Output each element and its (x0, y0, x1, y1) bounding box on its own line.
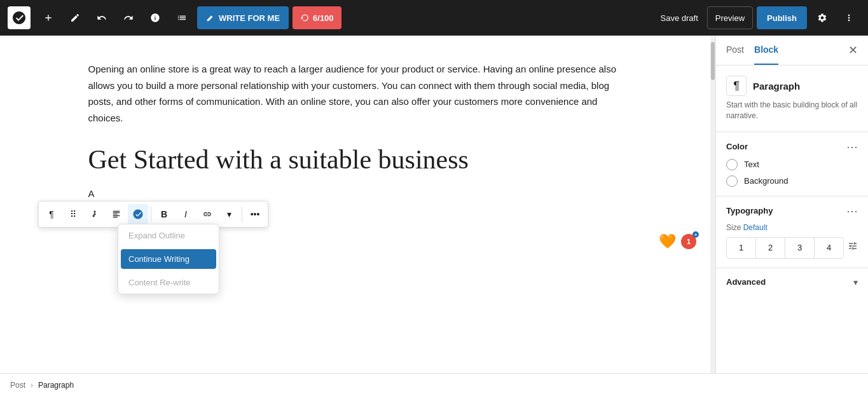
editor-heading[interactable]: Get Started with a suitable business (88, 144, 623, 175)
editor-paragraph-a[interactable]: A (88, 186, 623, 202)
more-options-button[interactable] (837, 6, 860, 29)
size-btn-1[interactable]: 1 (727, 238, 756, 258)
typography-section-header: Typography ⋯ (726, 205, 858, 217)
expand-outline-item[interactable]: Expand Outline (118, 224, 219, 247)
size-controls-row: 1 2 3 4 (726, 237, 858, 259)
typography-section-options-button[interactable]: ⋯ (846, 205, 858, 217)
block-info-section: ¶ Paragraph Start with the basic buildin… (716, 65, 868, 132)
text-color-option[interactable]: Text (726, 159, 858, 170)
wp-logo (8, 6, 31, 29)
notification-badge[interactable]: 1 + (680, 233, 698, 250)
tab-post[interactable]: Post (726, 36, 744, 65)
block-paragraph-icon: ¶ (726, 76, 747, 96)
block-options-button[interactable]: ••• (245, 204, 265, 224)
ai-inline-button[interactable] (128, 204, 148, 224)
status-bar: Post › Paragraph (0, 373, 868, 396)
editor-content: Opening an online store is a great way t… (88, 61, 623, 202)
background-color-option[interactable]: Background (726, 175, 858, 187)
text-color-radio[interactable] (726, 159, 738, 170)
status-breadcrumb-post[interactable]: Post (10, 381, 25, 390)
link-button[interactable] (197, 204, 217, 224)
toolbar-divider (151, 207, 151, 222)
ai-dropdown-menu: Expand Outline Continue Writing Content … (118, 224, 219, 294)
top-toolbar: WRITE FOR ME 6/100 Save draft Preview Pu… (0, 0, 868, 36)
sidebar-close-button[interactable]: ✕ (848, 36, 858, 65)
typography-section-title: Typography (726, 206, 773, 215)
list-view-button[interactable] (170, 6, 193, 29)
drag-handle-button[interactable]: ⠿ (63, 204, 83, 224)
size-btn-3[interactable]: 3 (785, 238, 815, 258)
color-section: Color ⋯ Text Background (716, 132, 868, 196)
color-section-options-button[interactable]: ⋯ (846, 141, 858, 153)
color-section-header: Color ⋯ (726, 141, 858, 153)
more-rich-text-button[interactable]: ▾ (219, 204, 239, 224)
background-color-label: Background (744, 176, 788, 186)
settings-button[interactable] (811, 6, 834, 29)
editor-scrollbar-thumb[interactable] (711, 42, 715, 80)
size-buttons-group: 1 2 3 4 (726, 237, 844, 259)
editor-area[interactable]: Opening an online store is a great way t… (0, 36, 710, 373)
advanced-chevron-icon: ▾ (853, 277, 858, 287)
info-button[interactable] (144, 6, 167, 29)
content-rewrite-item[interactable]: Content Re-write (118, 271, 219, 294)
heart-icon: 🧡 (659, 233, 676, 250)
block-editor-button[interactable] (64, 6, 86, 29)
sidebar-tabs: Post Block ✕ (716, 36, 868, 65)
size-slider-icon-button[interactable] (848, 241, 858, 254)
size-btn-4[interactable]: 4 (815, 238, 843, 258)
ai-counter-button[interactable]: 6/100 (293, 6, 341, 29)
undo-button[interactable] (90, 6, 113, 29)
advanced-section-title: Advanced (726, 277, 766, 287)
notification-plus: + (692, 231, 699, 238)
size-default-value: Default (743, 223, 768, 232)
bold-button[interactable]: B (154, 204, 174, 224)
block-type-name: Paragraph (753, 81, 800, 92)
continue-writing-item[interactable]: Continue Writing (121, 249, 216, 269)
redo-button[interactable] (117, 6, 140, 29)
save-draft-button[interactable]: Save draft (656, 6, 703, 29)
tab-block[interactable]: Block (754, 36, 778, 65)
breadcrumb-separator: › (31, 381, 33, 390)
main-area: Opening an online store is a great way t… (0, 36, 868, 373)
color-options: Text Background (726, 159, 858, 187)
text-color-label: Text (744, 160, 759, 169)
status-breadcrumb-current: Paragraph (38, 381, 74, 390)
block-info-header: ¶ Paragraph (726, 76, 858, 96)
add-block-button[interactable] (37, 6, 60, 29)
advanced-section: Advanced ▾ (716, 268, 868, 296)
size-label: Size Default (726, 223, 858, 232)
editor-with-scrollbar: Opening an online store is a great way t… (0, 36, 715, 373)
write-for-me-button[interactable]: WRITE FOR ME (197, 6, 289, 29)
sidebar-content: ¶ Paragraph Start with the basic buildin… (716, 65, 868, 373)
italic-button[interactable]: I (176, 204, 196, 224)
toolbar-divider-2 (242, 207, 242, 222)
preview-button[interactable]: Preview (707, 6, 753, 29)
advanced-section-header[interactable]: Advanced ▾ (726, 277, 858, 287)
sidebar: Post Block ✕ ¶ Paragraph Start with the … (715, 36, 868, 373)
publish-button[interactable]: Publish (757, 6, 807, 29)
background-color-radio[interactable] (726, 175, 738, 187)
editor-body-paragraph: Opening an online store is a great way t… (88, 61, 623, 126)
typography-section: Typography ⋯ Size Default 1 2 3 4 (716, 196, 868, 268)
floating-icons: 🧡 1 + (659, 233, 698, 250)
paragraph-type-button[interactable]: ¶ (41, 204, 62, 224)
align-button[interactable] (106, 204, 127, 224)
move-up-down-button[interactable] (85, 204, 105, 224)
block-description: Start with the basic building block of a… (726, 100, 858, 121)
color-section-title: Color (726, 142, 748, 151)
size-btn-2[interactable]: 2 (756, 238, 785, 258)
editor-scrollbar[interactable] (710, 36, 715, 373)
